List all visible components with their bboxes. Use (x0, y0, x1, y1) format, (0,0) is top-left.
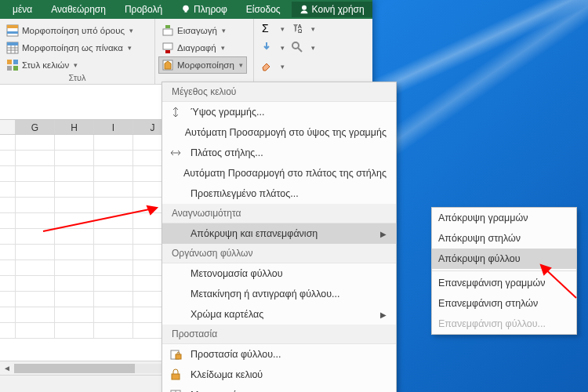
menu-item-protect-sheet[interactable]: Προστασία φύλλου... (162, 344, 396, 365)
scroll-thumb[interactable] (14, 364, 135, 373)
tab-view[interactable]: Προβολή (117, 2, 170, 17)
insert-cells-button[interactable]: Εισαγωγή▾ (162, 22, 247, 39)
svg-line-22 (298, 48, 302, 52)
svg-rect-34 (172, 374, 180, 379)
tab-tellme[interactable]: Πληροφ (173, 2, 235, 17)
find-select-button[interactable] (291, 41, 303, 55)
menu-item-hide-cols[interactable]: Απόκρυψη στηλών (432, 228, 576, 249)
format-dropdown-menu: Μέγεθος κελιού Ύψος γραμμής... Αυτόματη … (162, 82, 397, 392)
col-header[interactable]: G (16, 120, 55, 134)
menu-item-unhide-cols[interactable]: Επανεμφάνιση στηλών (432, 293, 576, 314)
row-height-icon (169, 106, 182, 118)
chevron-down-icon: ▾ (128, 44, 132, 52)
ribbon-tabs: μένα Αναθεώρηση Προβολή Πληροφ Είσοδος Κ… (0, 0, 372, 19)
lock-icon (169, 368, 182, 381)
svg-rect-2 (7, 31, 18, 34)
menu-item-hide-rows[interactable]: Απόκρυψη γραμμών (432, 208, 576, 228)
autosum-button[interactable]: Σ (260, 22, 273, 36)
share-icon (299, 5, 309, 14)
ribbon-group-cells: Εισαγωγή▾ Διαγραφή▾ Μορφοποίηση▾ (155, 19, 254, 84)
chevron-down-icon: ▾ (239, 61, 243, 69)
chevron-down-icon: ▾ (221, 44, 225, 52)
submenu-arrow-icon: ▶ (380, 230, 387, 238)
menu-item-unhide-sheet: Επανεμφάνιση φύλλου... (432, 314, 576, 334)
menu-item-autofit-row[interactable]: Αυτόματη Προσαρμογή στο ύψος της γραμμής (162, 122, 396, 143)
tab-fragment[interactable]: μένα (5, 2, 40, 17)
svg-point-21 (292, 42, 299, 49)
svg-rect-4 (7, 42, 18, 45)
svg-rect-1 (7, 25, 18, 28)
conditional-formatting-button[interactable]: Μορφοποίηση υπό όρους▾ (6, 22, 148, 39)
col-header[interactable]: H (55, 120, 94, 134)
menu-item-hide-sheet[interactable]: Απόκρυψη φύλλου (432, 249, 576, 269)
format-icon (162, 59, 174, 71)
menu-item-col-width[interactable]: Πλάτος στήλης... (162, 143, 396, 163)
svg-rect-12 (13, 66, 18, 71)
hide-unhide-submenu: Απόκρυψη γραμμών Απόκρυψη στηλών Απόκρυψ… (431, 207, 577, 335)
sort-filter-button[interactable]: AΩ (291, 22, 303, 36)
fill-button[interactable] (260, 41, 273, 55)
col-header[interactable]: I (94, 120, 133, 134)
menu-header-cell-size: Μέγεθος κελιού (162, 82, 396, 102)
svg-rect-15 (163, 43, 172, 49)
menu-item-row-height[interactable]: Ύψος γραμμής... (162, 102, 396, 122)
menu-item-format-cells[interactable]: Μορφοποίηση... (162, 385, 396, 392)
group-label-styles: Στυλ (0, 73, 154, 82)
svg-text:Σ: Σ (262, 22, 269, 34)
scroll-left-icon[interactable]: ◄ (0, 364, 14, 372)
svg-rect-13 (163, 29, 172, 35)
svg-rect-16 (165, 50, 170, 53)
share-button[interactable]: Κοινή χρήση (292, 2, 372, 17)
svg-rect-11 (7, 66, 12, 71)
insert-icon (162, 24, 174, 37)
submenu-arrow-icon: ▶ (380, 310, 387, 319)
menu-item-move-copy-sheet[interactable]: Μετακίνηση ή αντιγραφή φύλλου... (162, 284, 396, 304)
table-icon (6, 42, 19, 54)
protect-sheet-icon (169, 348, 182, 361)
ribbon-group-styles: Μορφοποίηση υπό όρους▾ Μορφοποίηση ως πί… (0, 19, 155, 84)
ribbon: Μορφοποίηση υπό όρους▾ Μορφοποίηση ως πί… (0, 19, 372, 85)
menu-item-hide-unhide[interactable]: Απόκρυψη και επανεμφάνιση ▶ (162, 223, 396, 244)
clear-button[interactable] (260, 60, 273, 74)
chevron-down-icon: ▾ (74, 61, 78, 69)
menu-item-default-width[interactable]: Προεπιλεγμένο πλάτος... (162, 183, 396, 204)
svg-rect-10 (13, 60, 18, 64)
cell-styles-icon (6, 59, 19, 71)
menu-item-unhide-rows[interactable]: Επανεμφάνιση γραμμών (432, 273, 576, 293)
format-cells-button[interactable]: Μορφοποίηση▾ (158, 56, 247, 74)
menu-header-organize-sheets: Οργάνωση φύλλων (162, 244, 396, 263)
delete-icon (162, 42, 174, 54)
menu-header-visibility: Αναγνωσιμότητα (162, 204, 396, 223)
menu-item-lock-cell[interactable]: Κλείδωμα κελιού (162, 365, 396, 385)
svg-rect-9 (7, 60, 12, 64)
menu-item-tab-color[interactable]: Χρώμα καρτέλας ▶ (162, 304, 396, 325)
menu-header-protection: Προστασία (162, 325, 396, 344)
menu-item-rename-sheet[interactable]: Μετονομασία φύλλου (162, 263, 396, 284)
menu-item-autofit-col[interactable]: Αυτόματη Προσαρμογή στο πλάτος της στήλη… (162, 163, 396, 183)
cond-format-icon (6, 24, 19, 37)
chevron-down-icon: ▾ (222, 27, 226, 34)
chevron-down-icon: ▾ (129, 27, 133, 34)
cell-styles-button[interactable]: Στυλ κελιών▾ (6, 56, 148, 74)
signin-link[interactable]: Είσοδος (238, 2, 289, 17)
svg-text:Ω: Ω (298, 28, 302, 34)
format-cells-icon (169, 389, 182, 392)
tab-review[interactable]: Αναθεώρηση (43, 2, 114, 17)
col-width-icon (169, 147, 182, 159)
format-as-table-button[interactable]: Μορφοποίηση ως πίνακα▾ (6, 39, 148, 56)
ribbon-group-editing: Σ▾ AΩ▾ ▾ ▾ ▾ (254, 19, 309, 84)
col-header-blank[interactable] (0, 120, 16, 134)
delete-cells-button[interactable]: Διαγραφή▾ (162, 39, 247, 56)
svg-rect-33 (176, 354, 181, 359)
